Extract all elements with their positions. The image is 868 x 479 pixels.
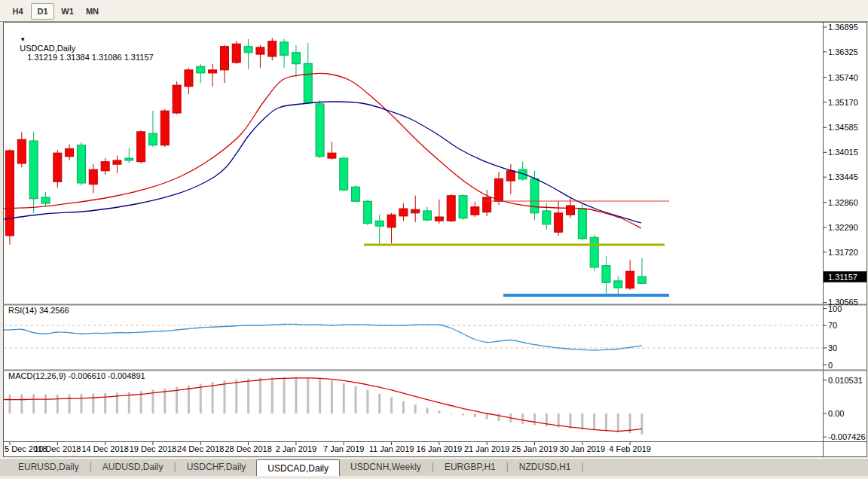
macd-histogram-bar [402,401,405,413]
macd-histogram-bar [57,395,59,413]
macd-histogram-bar [438,410,440,413]
timeframe-button-d1[interactable]: D1 [31,3,54,20]
tab-usdcad-daily[interactable]: USDCAD,Daily [256,459,340,476]
candle-bear [399,209,408,216]
candle-bull [614,281,622,288]
candle-bear [411,209,420,213]
candle-bear [101,162,109,171]
price-axis-label: 1.33445 [828,172,858,182]
macd-histogram-bar [355,386,357,413]
macd-indicator-label: MACD(12,26,9) -0.006610 -0.004891 [8,371,145,380]
macd-histogram-bar [307,378,309,413]
candle-bear [232,44,240,63]
candle-bear [53,153,62,182]
price-axis-label: 1.32860 [828,198,858,207]
candle-bear [17,139,26,163]
macd-histogram-bar [200,384,202,413]
timeframe-button-h4[interactable]: H4 [6,3,29,20]
tab-eurgbp-h1[interactable]: EURGBP,H1 [434,459,506,476]
macd-histogram-bar [533,413,536,426]
candle-bear [447,196,455,221]
price-axis-label: 1.32290 [828,223,858,232]
rsi-line [4,324,642,350]
tab-nzdusd-h1[interactable]: NZDUSD,H1 [509,459,582,476]
chart-title: ▼ USDCAD,Daily 1.31219 1.31384 1.31086 1… [11,26,154,71]
current-price-value: 1.31157 [828,273,857,282]
main-price-pane [4,38,669,296]
candle-bear [89,169,97,185]
date-label: 14 Dec 2018 [81,444,128,453]
candle-bear [173,85,181,113]
date-label: 4 Feb 2019 [609,444,651,453]
chart-symbol-label: USDCAD,Daily [20,44,75,53]
macd-histogram-bar [414,404,417,413]
timeframe-button-w1[interactable]: W1 [56,3,79,20]
macd-histogram-bar [235,380,237,413]
macd-axis-label: -0.007426 [828,432,866,441]
date-label: 30 Jan 2019 [560,444,606,453]
candle-bull [530,178,539,213]
macd-histogram-bar [9,395,11,413]
candle-bull [280,42,289,55]
macd-histogram-bar [319,379,321,413]
price-axis-label: 1.35170 [828,98,858,107]
macd-axis-label: 0.010531 [828,376,863,385]
macd-histogram-bar [378,394,381,413]
candle-bull [340,158,348,190]
status-strip [0,476,868,479]
macd-histogram-bar [617,413,619,432]
date-label: 24 Dec 2018 [177,444,224,453]
macd-histogram-bar [283,377,286,413]
candle-bear [555,213,563,232]
tab-usdchf-daily[interactable]: USDCHF,Daily [176,459,257,476]
macd-histogram-bar [247,378,249,413]
candle-bull [304,63,312,102]
rsi-indicator-label: RSI(14) 34.2566 [8,306,69,315]
tab-eurusd-daily[interactable]: EURUSD,Daily [8,459,90,476]
macd-histogram-bar [331,380,333,413]
date-label: 16 Jan 2019 [417,444,463,453]
price-axis-label: 1.34015 [828,148,858,157]
tab-usdcnh-weekly[interactable]: USDCNH,Weekly [340,459,432,476]
macd-histogram-bar [426,407,429,413]
candle-bull [352,187,360,201]
macd-histogram-bar [223,380,225,413]
macd-histogram-bar [390,398,393,413]
date-label: 19 Dec 2018 [130,444,176,453]
candle-bull [363,201,371,223]
candle-bear [160,111,169,145]
candle-bear [137,132,145,162]
price-axis-label: 1.36895 [828,23,858,32]
macd-histogram-bar [295,377,297,413]
macd-histogram-bar [570,413,572,429]
macd-histogram-bar [188,386,190,413]
chevron-down-icon[interactable]: ▼ [20,36,26,43]
candle-bear [626,271,634,288]
candle-bear [435,217,443,221]
macd-histogram-bar [593,413,595,430]
candle-bull [375,221,384,226]
date-label: 2 Jan 2019 [276,444,316,453]
chart-ohlc-values: 1.31219 1.31384 1.31086 1.31157 [27,53,153,62]
rsi-axis-label: 100 [828,304,842,313]
timeframe-button-mn[interactable]: MN [81,3,104,20]
macd-histogram-bar [521,413,524,424]
macd-histogram-bar [69,394,71,413]
date-axis[interactable]: 5 Dec 201810 Dec 201814 Dec 201819 Dec 2… [5,442,651,453]
macd-histogram-bar [581,413,583,429]
candle-bull [292,53,300,64]
candle-bull [423,211,432,220]
candle-bear [220,47,228,70]
macd-histogram-bar [640,413,643,435]
price-axis[interactable]: 1.368951.363251.357401.351701.345851.340… [824,23,866,441]
macd-pane [4,377,643,435]
chart-canvas[interactable]: 1.368951.363251.357401.351701.345851.340… [3,22,867,457]
rsi-axis-label: 70 [828,321,837,330]
candle-bear [6,151,14,236]
date-label: 28 Dec 2018 [225,444,271,453]
pane-divider-main-rsi[interactable] [3,304,867,306]
price-axis-label: 1.31720 [828,248,858,257]
macd-histogram-bar [32,394,35,413]
candle-bull [77,145,85,183]
tab-audusd-daily[interactable]: AUDUSD,Daily [92,459,174,476]
